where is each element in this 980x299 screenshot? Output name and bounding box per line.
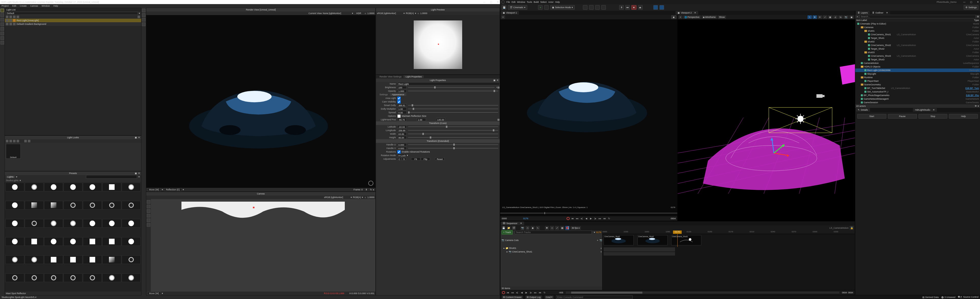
lhpos-z[interactable]: 145.00 bbox=[436, 118, 445, 121]
preset-swatch[interactable] bbox=[83, 273, 102, 282]
seq-range-slider[interactable] bbox=[566, 292, 839, 294]
viewport1[interactable]: LS_CameraMotion CineCamera_Shot1 | 16:9 … bbox=[500, 19, 677, 221]
loop-icon[interactable]: ↻ bbox=[543, 291, 546, 294]
unsaved-button[interactable]: ⬤ 3 Unsaved bbox=[941, 296, 956, 299]
seq-range-r2[interactable]: 0694 bbox=[848, 291, 853, 294]
exposure-value[interactable]: 1.0000 bbox=[367, 12, 374, 14]
look-dup-icon[interactable] bbox=[10, 140, 12, 142]
tool-erase[interactable] bbox=[0, 41, 4, 45]
canvas-exposure[interactable]: 1.0000 bbox=[367, 196, 374, 198]
content-drawer-button[interactable]: ▤ Content Drawer bbox=[502, 296, 523, 299]
delete-icon[interactable] bbox=[13, 16, 16, 18]
seq-curve-icon[interactable]: ∿ bbox=[536, 226, 540, 230]
render-viewport[interactable] bbox=[146, 15, 375, 188]
preset-swatch[interactable] bbox=[122, 219, 141, 228]
add-icon[interactable]: ＋ bbox=[600, 246, 602, 250]
look-save-icon[interactable] bbox=[24, 140, 27, 142]
dolly-mult-field[interactable]: 1.00 bbox=[397, 107, 407, 110]
chevron-down-icon[interactable]: ▾ bbox=[352, 12, 353, 14]
track-shot[interactable]: ▸ 📁Shot01 ＋ bbox=[501, 246, 602, 250]
close-icon[interactable]: ✕ bbox=[520, 222, 522, 225]
outliner-row[interactable]: CineCamera_Shot1LS_CameraMotionCineCamer… bbox=[855, 33, 980, 36]
hu-slider[interactable] bbox=[408, 144, 498, 145]
preset-swatch[interactable] bbox=[5, 255, 24, 264]
opacity-slider[interactable] bbox=[408, 91, 498, 91]
tool-select[interactable] bbox=[0, 9, 4, 12]
tab-appearance[interactable]: Appearance bbox=[390, 93, 407, 96]
link-icon[interactable] bbox=[13, 19, 16, 22]
seq-fps[interactable]: 30 fps ▾ bbox=[570, 226, 581, 230]
seq-save-icon[interactable]: 💾 bbox=[501, 226, 506, 230]
canvas-tool-3[interactable] bbox=[147, 209, 150, 213]
light-item-bg[interactable]: Default Gradient Background bbox=[5, 22, 141, 26]
light-list-tab[interactable]: Light List bbox=[6, 8, 16, 11]
outliner-row[interactable]: Rect Light (153922058RectLight bbox=[855, 69, 980, 72]
settings-button[interactable]: ⚙Settings bbox=[964, 5, 978, 10]
outliner-row[interactable]: Target_Shot3Actor bbox=[855, 58, 980, 61]
lhpos-y[interactable]: 1.69 bbox=[417, 118, 426, 121]
mode-dropdown[interactable]: 🎬Cinematic▾ bbox=[508, 5, 527, 10]
preset-swatch[interactable] bbox=[5, 201, 24, 209]
chevron-down-icon[interactable]: ▾ bbox=[351, 196, 352, 198]
menu-help[interactable]: Help bbox=[53, 5, 58, 7]
cam-speed-icon[interactable]: 📷 bbox=[843, 15, 849, 19]
tb-seq-icon[interactable] bbox=[595, 5, 600, 10]
to-end-icon[interactable]: ⏭ bbox=[538, 291, 542, 294]
derived-data-button[interactable]: ▤ Derived Data bbox=[922, 296, 939, 299]
hv-slider[interactable] bbox=[408, 148, 498, 149]
detach-icon[interactable]: ▣ bbox=[493, 79, 496, 82]
preset-swatch[interactable] bbox=[83, 237, 102, 246]
gizmo-select-icon[interactable]: ↖ bbox=[808, 15, 812, 19]
preset-swatch[interactable] bbox=[83, 219, 102, 228]
track-cam-shot[interactable]: ▸ 📷CineCamera_Shot1 ＋ bbox=[501, 250, 602, 254]
outliner-row[interactable]: GameNetworkManager0GameNetwrk bbox=[855, 97, 980, 101]
height-field[interactable]: 96.84 bbox=[397, 136, 407, 139]
presets-search[interactable] bbox=[86, 175, 137, 179]
rv-loop-icon[interactable]: ↻ bbox=[370, 188, 372, 191]
preset-swatch[interactable] bbox=[122, 237, 141, 246]
canvas-light-handle[interactable] bbox=[253, 207, 255, 208]
outliner-row[interactable]: BP_TurnTableSetLS_CameraMotionEdit BP_Tu… bbox=[855, 86, 980, 90]
preset-swatch[interactable] bbox=[25, 201, 44, 209]
preset-swatch[interactable] bbox=[5, 183, 24, 192]
step-fwd-icon[interactable]: ▸▸ bbox=[598, 217, 602, 220]
seq-lock-icon[interactable]: 🔒 bbox=[850, 226, 854, 230]
sequencer-tab[interactable]: 🎞Sequencer✕ bbox=[501, 222, 524, 225]
rv-pause-icon[interactable]: ⏸ bbox=[365, 188, 368, 191]
platforms-icon[interactable] bbox=[653, 5, 658, 10]
close-icon[interactable]: ✕ bbox=[497, 1, 499, 3]
maximize-icon[interactable]: ▢ bbox=[490, 1, 492, 3]
menu-window[interactable]: Window bbox=[41, 5, 50, 7]
lp-cs[interactable]: sRGB [rgbMonitor] bbox=[377, 12, 402, 14]
tool-move[interactable] bbox=[0, 13, 4, 17]
brightness-field[interactable]: 100 bbox=[397, 86, 407, 89]
rv-move-mode[interactable]: Move (W) bbox=[147, 188, 161, 191]
tb-bp-icon[interactable] bbox=[589, 5, 593, 10]
seq-browse-icon[interactable]: 📁 bbox=[507, 226, 511, 230]
tool-paint[interactable] bbox=[0, 36, 4, 40]
play-rev-icon[interactable]: ◀ bbox=[584, 217, 588, 220]
playhead-flag[interactable]: 0176 bbox=[673, 230, 682, 234]
preset-swatch[interactable] bbox=[5, 273, 24, 282]
preset-swatch[interactable] bbox=[25, 219, 44, 228]
shot-thumb-2[interactable]: CineCamera_Shot2 bbox=[638, 235, 668, 245]
tab-settings[interactable]: Settings bbox=[377, 93, 390, 96]
selection-mode[interactable]: ▣Selection Mode▾ bbox=[550, 5, 575, 10]
exposure-icon[interactable]: ☼ bbox=[417, 12, 419, 14]
brightness-slider[interactable] bbox=[408, 87, 495, 88]
preset-swatch[interactable] bbox=[102, 183, 121, 192]
transform-core-header[interactable]: Transform (Core) bbox=[376, 122, 500, 125]
outliner-row[interactable]: SceneGeometryFolder bbox=[855, 83, 980, 86]
add-icon[interactable]: ＋ bbox=[600, 250, 602, 254]
preset-swatch[interactable] bbox=[122, 201, 141, 209]
scene-dropdown[interactable]: Default bbox=[6, 12, 138, 15]
preset-swatch[interactable] bbox=[64, 273, 83, 282]
lat-field[interactable]: -22.02 bbox=[397, 125, 407, 128]
outliner-row[interactable]: shot03Folder bbox=[855, 51, 980, 54]
add-content-icon[interactable]: ＋ bbox=[538, 5, 542, 10]
preset-swatch[interactable] bbox=[122, 183, 141, 192]
outliner-item-type[interactable]: Edit BP_Pho bbox=[966, 94, 980, 97]
track-camera-cuts[interactable]: 📷Camera Cuts ＋ 📷 bbox=[501, 234, 602, 246]
smart-dolly-slider[interactable] bbox=[408, 105, 498, 106]
canvas-tool-1[interactable] bbox=[147, 200, 150, 204]
